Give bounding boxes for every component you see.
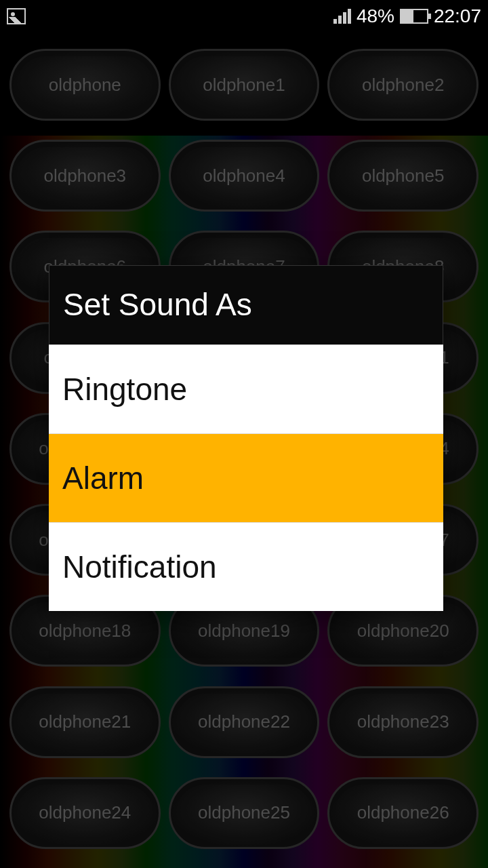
battery-percent: 48% — [357, 5, 394, 27]
option-ringtone[interactable]: Ringtone — [49, 344, 443, 433]
set-sound-dialog: Set Sound As Ringtone Alarm Notification — [49, 265, 443, 611]
status-bar: 48% 22:07 — [0, 0, 488, 33]
signal-icon — [333, 9, 351, 24]
option-notification[interactable]: Notification — [49, 522, 443, 611]
dialog-title: Set Sound As — [49, 265, 443, 344]
option-alarm[interactable]: Alarm — [49, 433, 443, 522]
battery-icon — [400, 9, 428, 24]
image-notification-icon — [7, 8, 26, 24]
clock: 22:07 — [434, 5, 481, 27]
